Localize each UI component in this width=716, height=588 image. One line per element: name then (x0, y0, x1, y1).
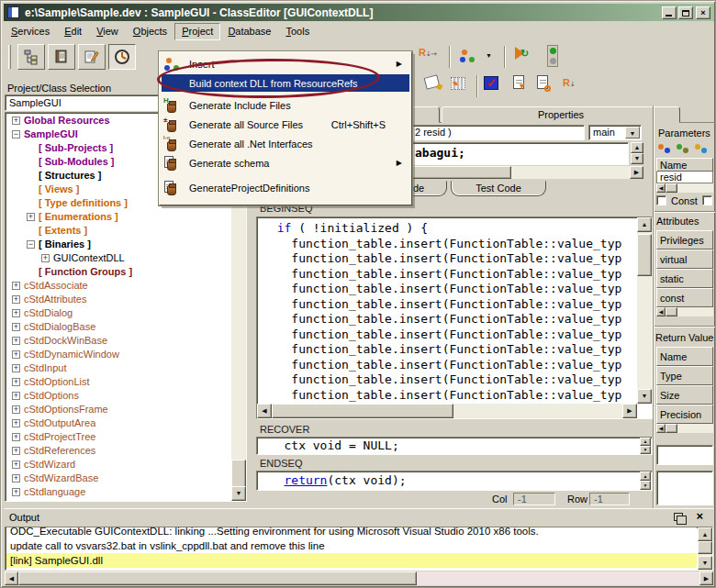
right-panel-field-1[interactable] (656, 445, 713, 465)
scroll-down-icon[interactable]: ▼ (698, 556, 712, 570)
expand-icon[interactable]: + (12, 282, 20, 290)
declaration-scroll[interactable]: ▲ ▼ (631, 142, 643, 164)
export-document-button[interactable]: ▼ (513, 75, 524, 89)
attribute-virtual[interactable]: virtual (656, 250, 713, 269)
combo-dropdown-button[interactable]: ▼ (625, 127, 640, 139)
attribute-scrollbar[interactable]: ◀ (656, 307, 713, 316)
menu-item-generate-all-net-interfaces[interactable]: I-oGenerate all .Net Interfaces (162, 135, 409, 152)
second-checkbox[interactable] (702, 195, 712, 205)
deploy-button[interactable] (425, 76, 439, 88)
scroll-left-icon[interactable]: ◀ (656, 424, 666, 433)
endseq-scroll[interactable]: ▲ ▼ (640, 472, 651, 490)
scroll-down-icon[interactable]: ▼ (231, 486, 246, 501)
output-vscrollbar[interactable]: ▲ ▼ (698, 527, 712, 570)
param-grid-scrollbar[interactable]: ◀ (656, 183, 713, 193)
scroll-left-icon[interactable]: ◀ (257, 404, 272, 418)
const-checkbox[interactable] (656, 195, 666, 205)
documentation-button[interactable] (48, 44, 75, 70)
tree-item-cstddialog[interactable]: +cStdDialog (6, 306, 230, 320)
menu-item-generate-schema[interactable]: Generate schema▶ (162, 154, 409, 172)
output-hscrollbar[interactable]: ◀ ▶ (5, 571, 713, 585)
tree-item-cstdwizardbase[interactable]: +cStdWizardBase (6, 472, 230, 485)
expand-icon[interactable]: + (12, 350, 20, 359)
collapse-icon[interactable]: − (27, 240, 35, 249)
toolbar-grip[interactable] (8, 45, 11, 69)
right-panel-field-2[interactable] (656, 471, 713, 505)
expand-icon[interactable]: + (12, 419, 20, 427)
tree-item-cstddockwinbase[interactable]: +cStdDockWinBase (6, 334, 230, 348)
tree-item-cstdassociate[interactable]: +cStdAssociate (6, 279, 230, 293)
return-value-name[interactable]: Name (656, 347, 713, 366)
dock-icon[interactable] (674, 513, 683, 521)
menubar-item-tools[interactable]: Tools (278, 23, 317, 40)
expand-icon[interactable]: + (12, 447, 20, 455)
code-hscrollbar[interactable]: ◀ ▶ (257, 404, 637, 418)
refresh-references-button[interactable]: R⇣ (563, 77, 576, 88)
scroll-down-icon[interactable]: ▼ (640, 481, 651, 490)
scroll-right-icon[interactable]: ▶ (699, 571, 713, 585)
expand-icon[interactable]: + (12, 116, 20, 125)
menubar-item-services[interactable]: Services (4, 23, 57, 40)
runtime-view-button[interactable] (108, 44, 136, 70)
output-line-selected[interactable]: [link] SampleGUI.dll (6, 553, 697, 568)
menubar-item-view[interactable]: View (89, 23, 126, 40)
save-check-button[interactable] (484, 76, 498, 90)
minimize-button[interactable] (662, 6, 677, 19)
hscroll-thumb[interactable] (18, 571, 417, 585)
tree-item-cstdoptions[interactable]: +cStdOptions (6, 389, 230, 403)
scroll-up-icon[interactable]: ▲ (698, 527, 712, 541)
tree-item-cstdoptionsframe[interactable]: +cStdOptionsFrame (6, 403, 230, 416)
return-value-scrollbar[interactable]: ◀ (656, 424, 713, 433)
mini-thumb[interactable] (666, 307, 677, 316)
menu-item-generate-all-source-files[interactable]: ±Generate all Source FilesCtrl+Shift+S (162, 116, 409, 133)
parameters-toolbar[interactable] (658, 142, 713, 153)
tree-item-cstdwizard[interactable]: +cStdWizard (6, 458, 230, 472)
tab-test-code[interactable]: Test Code (451, 181, 546, 196)
hscroll-thumb[interactable] (272, 404, 453, 418)
recover-scroll[interactable]: ▲ ▼ (640, 438, 651, 454)
tree-item-cstdlanguage[interactable]: +cStdlanguage (6, 485, 230, 499)
scroll-up-icon[interactable]: ▲ (637, 217, 652, 232)
attribute-static[interactable]: static (656, 269, 713, 288)
tree-item-cstdinput[interactable]: +cStdInput (6, 361, 230, 375)
endseq-code-editor[interactable]: return(ctx void); ▲ ▼ (256, 471, 653, 491)
menubar-item-edit[interactable]: Edit (57, 23, 89, 40)
tab-properties[interactable]: Properties (442, 106, 680, 123)
expand-icon[interactable]: + (41, 254, 50, 262)
scroll-right-icon[interactable]: ▶ (622, 404, 637, 418)
expand-icon[interactable]: + (12, 364, 20, 372)
tree-item-function-groups[interactable]: [ Function Groups ] (6, 265, 230, 279)
scroll-up-icon[interactable]: ▲ (631, 142, 643, 153)
menubar-item-objects[interactable]: Objects (126, 23, 174, 40)
tree-item-cstdprojecttree[interactable]: +cStdProjectTree (6, 430, 230, 444)
expand-icon[interactable]: + (12, 295, 20, 304)
scroll-down-icon[interactable]: ▼ (637, 389, 652, 404)
param-name-value[interactable]: resid (656, 172, 713, 183)
attribute-privileges[interactable]: Privileges (656, 230, 713, 250)
code-vscrollbar[interactable]: ▲ ▼ (637, 217, 652, 404)
vscroll-thumb[interactable] (698, 541, 712, 554)
tree-item-binaries[interactable]: −[ Binaries ] (6, 238, 230, 251)
resolve-references-button[interactable]: R⇣⇢ (419, 47, 437, 58)
scope-combo[interactable]: main ▼ (588, 125, 642, 140)
beginseq-code-editor[interactable]: if ( !initialized ) { function_table.ins… (256, 216, 653, 419)
mini-thumb[interactable] (666, 424, 677, 433)
scroll-right-icon[interactable]: ▶ (630, 166, 643, 179)
vscroll-thumb[interactable] (637, 234, 652, 276)
menu-item-generate-include-files[interactable]: HGenerate Include Files (162, 96, 409, 114)
menu-item-build-context-dll-from-resourcerefs[interactable]: Build context DLL from ResourceRefs (162, 74, 409, 92)
tree-item-extents[interactable]: [ Extents ] (6, 224, 230, 238)
maximize-button[interactable] (678, 6, 693, 19)
output-line[interactable]: ODC_Executable GUIContextDLL: linking ..… (6, 527, 697, 538)
attribute-const[interactable]: const (656, 288, 713, 307)
scroll-left-icon[interactable]: ◀ (656, 307, 666, 316)
expand-icon[interactable]: + (12, 337, 20, 345)
tree-item-cstddialogbase[interactable]: +cStdDialogBase (6, 320, 230, 334)
menubar-item-project[interactable]: Project (174, 23, 220, 40)
search-document-button[interactable] (537, 75, 548, 89)
run-build-button[interactable]: ↻ (515, 47, 529, 60)
scroll-down-icon[interactable]: ▼ (640, 446, 651, 454)
tree-item-cstdoptionlist[interactable]: +cStdOptionList (6, 375, 230, 389)
scroll-left-icon[interactable]: ◀ (656, 183, 666, 193)
panel-splitter[interactable] (653, 105, 654, 508)
